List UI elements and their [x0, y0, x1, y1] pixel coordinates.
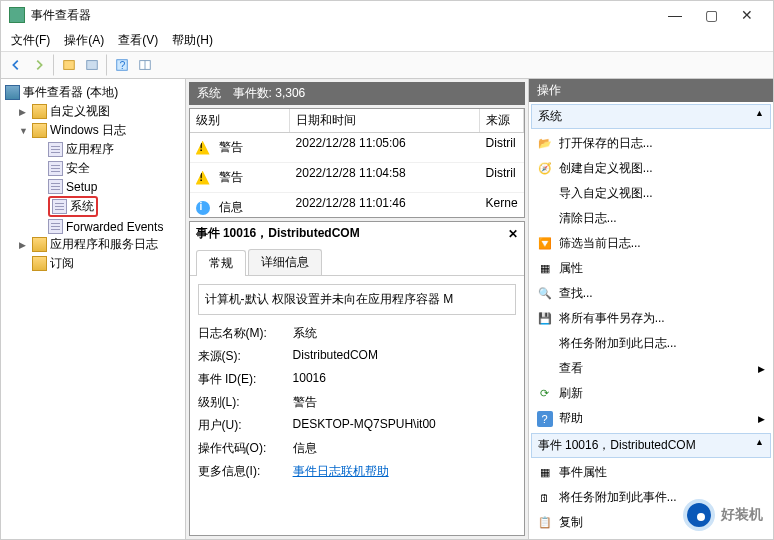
tab-details[interactable]: 详细信息 [248, 249, 322, 275]
tree-log-application[interactable]: 应用程序 [3, 140, 183, 159]
info-icon [196, 201, 210, 215]
export-button[interactable] [81, 54, 103, 76]
column-source[interactable]: 来源 [480, 109, 524, 132]
log-icon [48, 142, 63, 157]
action-filter-log[interactable]: 🔽筛选当前日志... [529, 231, 773, 256]
label-source: 来源(S): [198, 348, 293, 365]
event-row[interactable]: 信息 2022/12/28 11:01:46 Kerne [190, 193, 524, 217]
action-view[interactable]: 查看▶ [529, 356, 773, 381]
watermark-text: 好装机 [721, 506, 763, 524]
tree-log-forwarded[interactable]: Forwarded Events [3, 218, 183, 235]
column-date[interactable]: 日期和时间 [290, 109, 480, 132]
action-properties[interactable]: ▦属性 [529, 256, 773, 281]
minimize-button[interactable]: — [657, 7, 693, 23]
menu-file[interactable]: 文件(F) [5, 30, 56, 51]
task-icon [537, 336, 553, 352]
label-event-id: 事件 ID(E): [198, 371, 293, 388]
action-find[interactable]: 🔍查找... [529, 281, 773, 306]
tab-general[interactable]: 常规 [196, 250, 246, 276]
back-button[interactable] [5, 54, 27, 76]
action-clear-log[interactable]: 清除日志... [529, 206, 773, 231]
event-row[interactable]: 警告 2022/12/28 11:04:58 Distril [190, 163, 524, 193]
tree-windows-logs[interactable]: ▼Windows 日志 [3, 121, 183, 140]
event-row[interactable]: 警告 2022/12/28 11:05:06 Distril [190, 133, 524, 163]
more-info-link[interactable]: 事件日志联机帮助 [293, 464, 389, 478]
tree-apps-services[interactable]: ▶应用程序和服务日志 [3, 235, 183, 254]
layout-button[interactable] [134, 54, 156, 76]
menu-action[interactable]: 操作(A) [58, 30, 110, 51]
properties-icon: ▦ [537, 261, 553, 277]
detail-title: 事件 10016，DistributedCOM [196, 225, 508, 242]
action-create-custom-view[interactable]: 🧭创建自定义视图... [529, 156, 773, 181]
action-import-custom-view[interactable]: 导入自定义视图... [529, 181, 773, 206]
menu-bar: 文件(F) 操作(A) 查看(V) 帮助(H) [1, 29, 773, 51]
value-event-id: 10016 [293, 371, 516, 388]
action-refresh[interactable]: ⟳刷新 [529, 381, 773, 406]
svg-rect-0 [64, 61, 75, 70]
tree-log-setup[interactable]: Setup [3, 178, 183, 195]
center-pane: 系统 事件数: 3,306 级别 日期和时间 来源 警告 2022/12/28 … [186, 79, 528, 539]
detail-fields: 日志名称(M):系统 来源(S):DistributedCOM 事件 ID(E)… [198, 325, 516, 480]
tree-root[interactable]: 事件查看器 (本地) [3, 83, 183, 102]
svg-text:?: ? [119, 59, 125, 71]
window-title: 事件查看器 [31, 7, 657, 24]
folder-icon [32, 237, 47, 252]
filter-new-icon: 🧭 [537, 161, 553, 177]
header-event-count: 事件数: 3,306 [233, 85, 306, 102]
action-help[interactable]: ?帮助▶ [529, 406, 773, 431]
properties-icon: ▦ [537, 465, 553, 481]
header-log-name: 系统 [197, 85, 221, 102]
tree-log-system[interactable]: 系统 [3, 195, 183, 218]
action-save-all-events[interactable]: 💾将所有事件另存为... [529, 306, 773, 331]
close-button[interactable]: ✕ [729, 7, 765, 23]
task-icon: 🗓 [537, 490, 553, 506]
folder-icon [32, 104, 47, 119]
import-icon [537, 186, 553, 202]
event-detail-panel: 事件 10016，DistributedCOM ✕ 常规 详细信息 计算机-默认… [189, 221, 525, 536]
collapse-icon: ▲ [755, 437, 764, 454]
log-icon [48, 179, 63, 194]
log-icon [48, 161, 63, 176]
label-log-name: 日志名称(M): [198, 325, 293, 342]
toolbar-separator [53, 54, 55, 76]
actions-section-event[interactable]: 事件 10016，DistributedCOM▲ [531, 433, 771, 458]
log-icon [48, 219, 63, 234]
menu-view[interactable]: 查看(V) [112, 30, 164, 51]
view-icon [537, 361, 553, 377]
copy-icon: 📋 [537, 515, 553, 531]
filter-icon: 🔽 [537, 236, 553, 252]
toolbar-separator [106, 54, 108, 76]
app-icon [9, 7, 25, 23]
workspace: 事件查看器 (本地) ▶自定义视图 ▼Windows 日志 应用程序 安全 Se… [1, 79, 773, 539]
show-hide-tree-button[interactable] [58, 54, 80, 76]
collapse-icon: ▲ [755, 108, 764, 125]
maximize-button[interactable]: ▢ [693, 7, 729, 23]
label-opcode: 操作代码(O): [198, 440, 293, 457]
menu-help[interactable]: 帮助(H) [166, 30, 219, 51]
value-user: DESKTOP-MQ7SPUH\it00 [293, 417, 516, 434]
event-list: 级别 日期和时间 来源 警告 2022/12/28 11:05:06 Distr… [189, 108, 525, 218]
event-list-body[interactable]: 警告 2022/12/28 11:05:06 Distril 警告 2022/1… [190, 133, 524, 217]
column-level[interactable]: 级别 [190, 109, 290, 132]
find-icon: 🔍 [537, 286, 553, 302]
event-list-header: 级别 日期和时间 来源 [190, 109, 524, 133]
action-open-saved-log[interactable]: 📂打开保存的日志... [529, 131, 773, 156]
folder-icon [32, 256, 47, 271]
action-event-properties[interactable]: ▦事件属性 [529, 460, 773, 485]
forward-button[interactable] [28, 54, 50, 76]
tree-subscriptions[interactable]: 订阅 [3, 254, 183, 273]
label-user: 用户(U): [198, 417, 293, 434]
help-icon: ? [537, 411, 553, 427]
actions-section-system[interactable]: 系统▲ [531, 104, 771, 129]
chevron-right-icon: ▶ [758, 364, 765, 374]
tree-log-security[interactable]: 安全 [3, 159, 183, 178]
svg-rect-1 [87, 61, 98, 70]
help-button[interactable]: ? [111, 54, 133, 76]
actions-pane: 操作 系统▲ 📂打开保存的日志... 🧭创建自定义视图... 导入自定义视图..… [528, 79, 773, 539]
tree-custom-views[interactable]: ▶自定义视图 [3, 102, 183, 121]
chevron-right-icon: ▶ [758, 414, 765, 424]
refresh-icon: ⟳ [537, 386, 553, 402]
detail-close-button[interactable]: ✕ [508, 227, 518, 241]
action-attach-task-log[interactable]: 将任务附加到此日志... [529, 331, 773, 356]
center-header: 系统 事件数: 3,306 [189, 82, 525, 105]
